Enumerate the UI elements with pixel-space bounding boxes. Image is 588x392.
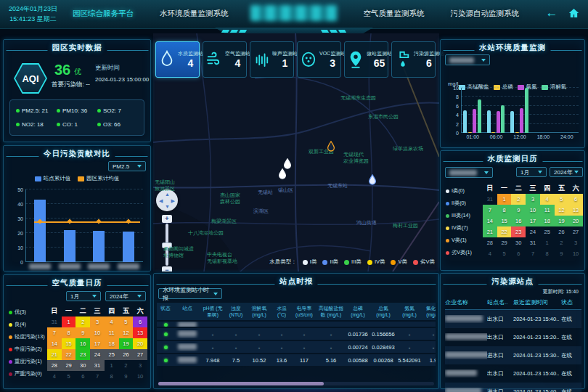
calendar-day-7[interactable]: 7 [526, 248, 540, 259]
legend-园区累计均值[interactable]: 园区累计均值 [78, 175, 119, 182]
calendar-day-6[interactable]: 6 [511, 248, 526, 259]
calendar-day-3[interactable]: 3 [90, 317, 105, 327]
calendar-day-8[interactable]: 8 [62, 327, 76, 338]
report-row-1[interactable]: ------0.017360.156656-- [157, 328, 436, 340]
station-button-水质监测站[interactable]: 水质监测站4 [155, 41, 200, 78]
calendar-day-9[interactable]: 9 [511, 205, 526, 216]
pollution-row-3[interactable]: 出水口2024-01-23 15:40..在线 [445, 364, 581, 383]
calendar-day-2[interactable]: 2 [75, 317, 90, 327]
map-pan-control[interactable]: ▲ ▼ ◀ ▶ [156, 189, 178, 211]
calendar-day-5[interactable]: 5 [555, 194, 569, 205]
calendar-day-5[interactable]: 5 [62, 371, 76, 382]
calendar-day-31[interactable]: 31 [483, 194, 497, 205]
legend-站点累计值[interactable]: 站点累计值 [35, 175, 71, 182]
calendar-day-8[interactable]: 8 [540, 248, 555, 259]
calendar-day-2[interactable]: 2 [555, 237, 569, 248]
nav-item-1[interactable]: 水环境质量监测系统 [160, 9, 229, 19]
calendar-day-10[interactable]: 10 [90, 327, 105, 338]
calendar-day-6[interactable]: 6 [568, 194, 583, 205]
zoom-track[interactable] [166, 224, 168, 266]
calendar-day-27[interactable]: 27 [133, 349, 147, 360]
station-marker-white[interactable] [278, 168, 287, 183]
station-button-噪声监测站[interactable]: 噪声监测站1 [250, 41, 294, 78]
station-marker-orange[interactable] [327, 141, 336, 155]
calendar-day-26[interactable]: 26 [119, 349, 134, 360]
water-station-select[interactable] [445, 54, 490, 65]
calendar-day-4[interactable]: 4 [483, 248, 497, 259]
report-row-2[interactable]: ------0.007240.028493-- [157, 341, 436, 353]
calendar-day-4[interactable]: 4 [540, 194, 555, 205]
report-type-select[interactable]: 水环境监测站小时报 [158, 288, 222, 299]
calendar-day-16[interactable]: 16 [75, 338, 90, 349]
nav-item-0[interactable]: 园区综合服务平台 [73, 9, 134, 19]
air-month-select[interactable]: 1月 [66, 291, 101, 301]
calendar-day-15[interactable]: 15 [62, 338, 76, 349]
calendar-day-4[interactable]: 4 [105, 317, 119, 327]
calendar-day-18[interactable]: 18 [540, 216, 555, 226]
calendar-day-1[interactable]: 1 [540, 237, 555, 248]
calendar-day-30[interactable]: 30 [75, 360, 90, 371]
calendar-day-2[interactable]: 2 [119, 360, 134, 371]
calendar-day-12[interactable]: 12 [555, 205, 569, 216]
calendar-day-28[interactable]: 28 [483, 237, 497, 248]
station-button-微站监测站[interactable]: 微站监测站65 [344, 41, 388, 78]
calendar-day-13[interactable]: 13 [568, 205, 583, 216]
calendar-day-22[interactable]: 22 [497, 226, 512, 237]
calendar-day-10[interactable]: 10 [526, 205, 540, 216]
calendar-day-14[interactable]: 14 [47, 338, 62, 349]
calendar-day-17[interactable]: 17 [526, 216, 540, 226]
pan-down-icon[interactable]: ▼ [165, 204, 170, 209]
calendar-day-23[interactable]: 23 [511, 226, 526, 237]
calendar-day-2[interactable]: 2 [511, 194, 526, 205]
calendar-day-9[interactable]: 9 [555, 248, 569, 259]
calendar-day-10[interactable]: 10 [133, 371, 147, 382]
report-row-3[interactable]: 7.9487.510.5213.61175.160.005880.002685.… [157, 354, 436, 366]
report-hscrollbar[interactable] [158, 382, 434, 385]
calendar-day-3[interactable]: 3 [133, 360, 147, 371]
pollution-row-4[interactable]: 进水口2024-01-23 15:40..在线 [445, 383, 581, 392]
station-button-污染源监测站[interactable]: 污染源监测站6 [391, 41, 436, 78]
station-marker-blue[interactable] [368, 174, 377, 189]
calendar-day-9[interactable]: 9 [119, 371, 134, 382]
pollution-row-0[interactable]: 出水口2024-01-23 15:40..在线 [445, 310, 581, 328]
nav-item-2[interactable]: 空气质量监测系统 [364, 9, 425, 19]
pan-up-icon[interactable]: ▲ [165, 192, 170, 197]
calendar-day-29[interactable]: 29 [62, 360, 76, 371]
calendar-day-6[interactable]: 6 [75, 371, 90, 382]
calendar-day-19[interactable]: 19 [555, 216, 569, 226]
calendar-day-31[interactable]: 31 [90, 360, 105, 371]
calendar-day-5[interactable]: 5 [119, 317, 134, 327]
calendar-day-9[interactable]: 9 [75, 327, 90, 338]
calendar-day-1[interactable]: 1 [105, 360, 119, 371]
station-button-空气监测站[interactable]: 空气监测站4 [203, 41, 247, 78]
home-icon[interactable] [566, 6, 581, 20]
calendar-day-5[interactable]: 5 [497, 248, 512, 259]
calendar-day-31[interactable]: 31 [47, 317, 62, 327]
calendar-day-6[interactable]: 6 [133, 317, 147, 327]
water-year-select[interactable]: 2024年 [550, 167, 583, 177]
calendar-day-7[interactable]: 7 [483, 205, 497, 216]
calendar-day-20[interactable]: 20 [133, 338, 147, 349]
calendar-day-20[interactable]: 20 [568, 216, 583, 226]
calendar-day-11[interactable]: 11 [540, 205, 555, 216]
calendar-day-23[interactable]: 23 [75, 349, 90, 360]
pan-right-icon[interactable]: ▶ [171, 198, 175, 203]
calendar-day-16[interactable]: 16 [511, 216, 526, 226]
pollutant-select[interactable]: PM2.5 [108, 161, 146, 171]
calendar-day-26[interactable]: 26 [555, 226, 569, 237]
calendar-day-12[interactable]: 12 [119, 327, 134, 338]
zoom-out-button[interactable]: − [162, 266, 172, 271]
back-icon[interactable]: ← [544, 6, 559, 20]
pan-left-icon[interactable]: ◀ [159, 198, 163, 203]
nav-item-3[interactable]: 污染源自动监测系统 [451, 9, 520, 19]
calendar-day-7[interactable]: 7 [90, 371, 105, 382]
calendar-day-4[interactable]: 4 [47, 371, 62, 382]
calendar-day-28[interactable]: 28 [47, 360, 62, 371]
calendar-day-13[interactable]: 13 [133, 327, 147, 338]
calendar-day-1[interactable]: 1 [497, 194, 512, 205]
calendar-day-25[interactable]: 25 [540, 226, 555, 237]
calendar-day-29[interactable]: 29 [497, 237, 512, 248]
calendar-day-31[interactable]: 31 [526, 237, 540, 248]
calendar-day-25[interactable]: 25 [105, 349, 119, 360]
calendar-day-8[interactable]: 8 [497, 205, 512, 216]
